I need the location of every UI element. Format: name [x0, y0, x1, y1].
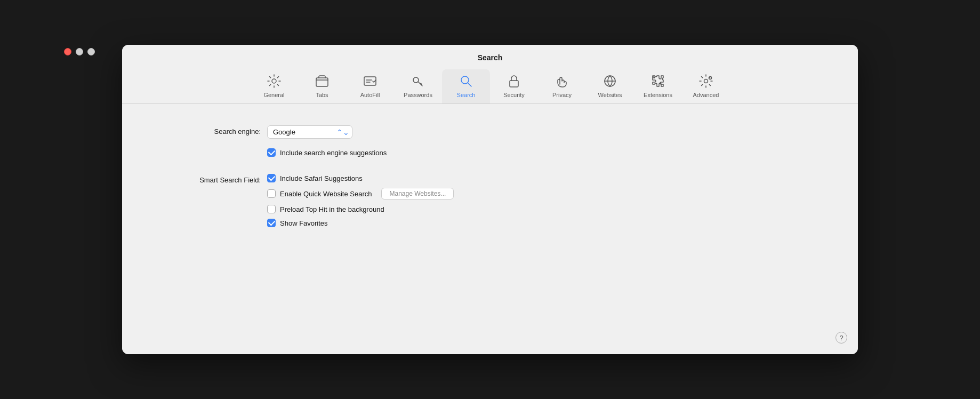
tab-extensions[interactable]: Extensions [634, 69, 682, 103]
tab-security[interactable]: Security [490, 69, 538, 103]
svg-point-0 [272, 79, 276, 83]
quick-website-label: Enable Quick Website Search [280, 190, 372, 198]
globe-icon [603, 74, 617, 89]
gear-advanced-icon [698, 74, 713, 89]
tab-advanced[interactable]: Advanced [682, 69, 730, 103]
preload-row: Preload Top Hit in the background [267, 205, 454, 213]
show-favorites-label: Show Favorites [280, 219, 328, 227]
include-suggestions-row: Include search engine suggestions [267, 148, 387, 157]
tab-advanced-label: Advanced [693, 92, 719, 98]
lock-icon [507, 74, 521, 89]
smart-search-label: Smart Search Field: [154, 174, 261, 184]
tab-tabs[interactable]: Tabs [298, 69, 346, 103]
tab-passwords-label: Passwords [404, 92, 432, 98]
help-button[interactable]: ? [836, 332, 847, 344]
tab-websites[interactable]: Websites [586, 69, 634, 103]
key-icon [411, 74, 425, 89]
tab-general-label: General [263, 92, 284, 98]
preferences-window: Search General Tabs [122, 45, 858, 354]
include-suggestions-label: Include search engine suggestions [280, 149, 387, 157]
suggestions-spacer [154, 148, 261, 150]
tab-privacy[interactable]: Privacy [538, 69, 586, 103]
search-engine-select-wrapper: Google Yahoo Bing DuckDuckGo Ecosia ⌃⌄ [267, 125, 352, 139]
svg-line-7 [468, 83, 472, 87]
smart-search-row: Smart Search Field: Include Safari Sugge… [154, 174, 826, 227]
show-favorites-row: Show Favorites [267, 219, 454, 227]
include-suggestions-checkbox[interactable] [267, 148, 276, 157]
svg-rect-8 [510, 81, 518, 87]
suggestions-row: Include search engine suggestions [154, 148, 826, 157]
tab-autofill-label: AutoFill [360, 92, 380, 98]
tabs-icon [315, 74, 330, 89]
tab-websites-label: Websites [598, 92, 622, 98]
tab-search-label: Search [457, 92, 476, 98]
svg-point-6 [461, 76, 469, 84]
tab-autofill[interactable]: AutoFill [346, 69, 394, 103]
safari-suggestions-label: Include Safari Suggestions [280, 174, 363, 182]
quick-website-checkbox[interactable] [267, 189, 276, 198]
safari-suggestions-checkbox[interactable] [267, 174, 276, 182]
search-engine-select[interactable]: Google Yahoo Bing DuckDuckGo Ecosia [267, 125, 352, 139]
puzzle-icon [650, 74, 665, 89]
svg-rect-2 [364, 77, 376, 85]
gear-icon [267, 74, 282, 89]
search-engine-label: Search engine: [154, 125, 261, 135]
toolbar: General Tabs AutoFill [250, 69, 730, 103]
preload-checkbox[interactable] [267, 205, 276, 213]
safari-suggestions-row: Include Safari Suggestions [267, 174, 454, 182]
quick-website-row: Enable Quick Website Search Manage Websi… [267, 188, 454, 200]
content-area: Search engine: Google Yahoo Bing DuckDuc… [122, 104, 858, 354]
titlebar: Search General Tabs [122, 45, 858, 104]
search-engine-row: Search engine: Google Yahoo Bing DuckDuc… [154, 125, 826, 139]
show-favorites-checkbox[interactable] [267, 219, 276, 227]
svg-rect-1 [316, 78, 328, 86]
svg-point-10 [704, 79, 708, 83]
tab-general[interactable]: General [250, 69, 298, 103]
smart-controls: Include Safari Suggestions Enable Quick … [267, 174, 454, 227]
manage-websites-button[interactable]: Manage Websites... [381, 188, 454, 200]
autofill-icon [363, 74, 377, 89]
tab-privacy-label: Privacy [552, 92, 572, 98]
tab-extensions-label: Extensions [644, 92, 672, 98]
hand-icon [555, 74, 569, 89]
tab-security-label: Security [503, 92, 525, 98]
tab-tabs-label: Tabs [316, 92, 328, 98]
tab-search[interactable]: Search [442, 69, 490, 103]
preload-label: Preload Top Hit in the background [280, 205, 384, 213]
window-title: Search [478, 53, 503, 62]
search-icon [459, 74, 473, 89]
tab-passwords[interactable]: Passwords [394, 69, 442, 103]
